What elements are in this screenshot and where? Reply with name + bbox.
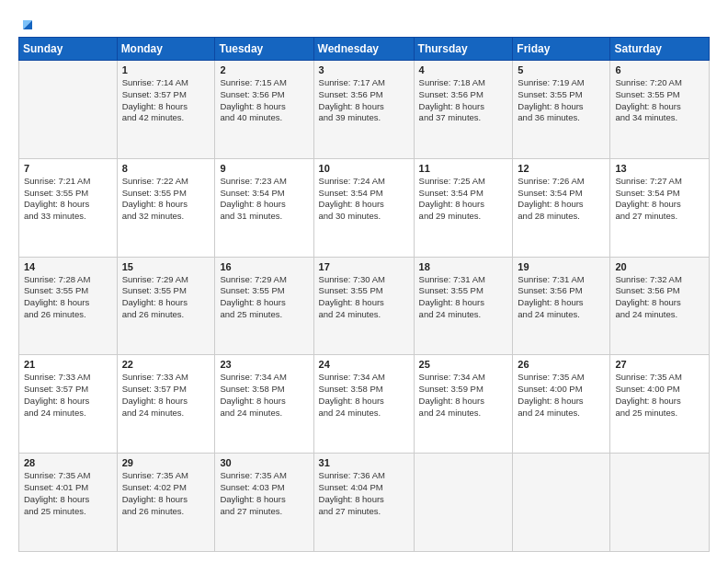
day-number: 6 bbox=[615, 64, 704, 75]
day-number: 2 bbox=[220, 64, 308, 75]
calendar-cell: 19Sunrise: 7:31 AM Sunset: 3:56 PM Dayli… bbox=[513, 257, 610, 355]
calendar-cell: 8Sunrise: 7:22 AM Sunset: 3:55 PM Daylig… bbox=[117, 158, 215, 257]
cell-content: Sunrise: 7:15 AM Sunset: 3:56 PM Dayligh… bbox=[220, 77, 308, 124]
weekday-header: Sunday bbox=[19, 38, 118, 61]
cell-content: Sunrise: 7:31 AM Sunset: 3:55 PM Dayligh… bbox=[419, 274, 508, 321]
calendar-row: 7Sunrise: 7:21 AM Sunset: 3:55 PM Daylig… bbox=[19, 158, 710, 257]
day-number: 22 bbox=[122, 359, 210, 370]
day-number: 12 bbox=[518, 163, 605, 174]
day-number: 19 bbox=[518, 261, 605, 272]
cell-content: Sunrise: 7:36 AM Sunset: 4:04 PM Dayligh… bbox=[319, 470, 409, 517]
calendar-cell bbox=[513, 454, 610, 552]
logo-icon bbox=[19, 15, 36, 31]
calendar-cell: 1Sunrise: 7:14 AM Sunset: 3:57 PM Daylig… bbox=[117, 61, 215, 159]
day-number: 25 bbox=[419, 359, 508, 370]
day-number: 20 bbox=[615, 261, 704, 272]
cell-content: Sunrise: 7:29 AM Sunset: 3:55 PM Dayligh… bbox=[122, 274, 210, 321]
calendar-cell: 31Sunrise: 7:36 AM Sunset: 4:04 PM Dayli… bbox=[313, 454, 414, 552]
cell-content: Sunrise: 7:34 AM Sunset: 3:58 PM Dayligh… bbox=[220, 372, 308, 419]
day-number: 15 bbox=[122, 261, 210, 272]
cell-content: Sunrise: 7:24 AM Sunset: 3:54 PM Dayligh… bbox=[319, 176, 409, 223]
day-number: 10 bbox=[319, 163, 409, 174]
weekday-header: Thursday bbox=[414, 38, 513, 61]
cell-content: Sunrise: 7:27 AM Sunset: 3:54 PM Dayligh… bbox=[615, 176, 704, 223]
cell-content: Sunrise: 7:33 AM Sunset: 3:57 PM Dayligh… bbox=[122, 372, 210, 419]
cell-content: Sunrise: 7:28 AM Sunset: 3:55 PM Dayligh… bbox=[24, 274, 112, 321]
day-number: 29 bbox=[122, 457, 210, 468]
day-number: 26 bbox=[518, 359, 605, 370]
cell-content: Sunrise: 7:34 AM Sunset: 3:58 PM Dayligh… bbox=[319, 372, 409, 419]
day-number: 16 bbox=[220, 261, 308, 272]
day-number: 31 bbox=[319, 457, 409, 468]
day-number: 3 bbox=[319, 64, 409, 75]
logo bbox=[18, 17, 36, 28]
day-number: 27 bbox=[615, 359, 704, 370]
calendar-row: 21Sunrise: 7:33 AM Sunset: 3:57 PM Dayli… bbox=[19, 355, 710, 454]
calendar-cell: 4Sunrise: 7:18 AM Sunset: 3:56 PM Daylig… bbox=[414, 61, 513, 159]
cell-content: Sunrise: 7:20 AM Sunset: 3:55 PM Dayligh… bbox=[615, 77, 704, 124]
cell-content: Sunrise: 7:33 AM Sunset: 3:57 PM Dayligh… bbox=[24, 372, 112, 419]
calendar-cell: 11Sunrise: 7:25 AM Sunset: 3:54 PM Dayli… bbox=[414, 158, 513, 257]
cell-content: Sunrise: 7:19 AM Sunset: 3:55 PM Dayligh… bbox=[518, 77, 605, 124]
weekday-header: Monday bbox=[117, 38, 215, 61]
cell-content: Sunrise: 7:35 AM Sunset: 4:03 PM Dayligh… bbox=[220, 470, 308, 517]
calendar-cell: 2Sunrise: 7:15 AM Sunset: 3:56 PM Daylig… bbox=[215, 61, 313, 159]
calendar-cell: 29Sunrise: 7:35 AM Sunset: 4:02 PM Dayli… bbox=[117, 454, 215, 552]
calendar-cell: 27Sunrise: 7:35 AM Sunset: 4:00 PM Dayli… bbox=[610, 355, 710, 454]
calendar-cell: 7Sunrise: 7:21 AM Sunset: 3:55 PM Daylig… bbox=[19, 158, 118, 257]
day-number: 28 bbox=[24, 457, 112, 468]
calendar-table: SundayMondayTuesdayWednesdayThursdayFrid… bbox=[18, 37, 710, 552]
day-number: 4 bbox=[419, 64, 508, 75]
calendar-cell: 5Sunrise: 7:19 AM Sunset: 3:55 PM Daylig… bbox=[513, 61, 610, 159]
cell-content: Sunrise: 7:30 AM Sunset: 3:55 PM Dayligh… bbox=[319, 274, 409, 321]
day-number: 30 bbox=[220, 457, 308, 468]
calendar-row: 14Sunrise: 7:28 AM Sunset: 3:55 PM Dayli… bbox=[19, 257, 710, 355]
calendar-cell: 9Sunrise: 7:23 AM Sunset: 3:54 PM Daylig… bbox=[215, 158, 313, 257]
calendar-cell: 21Sunrise: 7:33 AM Sunset: 3:57 PM Dayli… bbox=[19, 355, 118, 454]
calendar-cell: 13Sunrise: 7:27 AM Sunset: 3:54 PM Dayli… bbox=[610, 158, 710, 257]
cell-content: Sunrise: 7:35 AM Sunset: 4:01 PM Dayligh… bbox=[24, 470, 112, 517]
cell-content: Sunrise: 7:18 AM Sunset: 3:56 PM Dayligh… bbox=[419, 77, 508, 124]
cell-content: Sunrise: 7:25 AM Sunset: 3:54 PM Dayligh… bbox=[419, 176, 508, 223]
calendar-cell: 16Sunrise: 7:29 AM Sunset: 3:55 PM Dayli… bbox=[215, 257, 313, 355]
calendar-cell: 24Sunrise: 7:34 AM Sunset: 3:58 PM Dayli… bbox=[313, 355, 414, 454]
cell-content: Sunrise: 7:31 AM Sunset: 3:56 PM Dayligh… bbox=[518, 274, 605, 321]
calendar-cell bbox=[610, 454, 710, 552]
cell-content: Sunrise: 7:29 AM Sunset: 3:55 PM Dayligh… bbox=[220, 274, 308, 321]
calendar-cell: 20Sunrise: 7:32 AM Sunset: 3:56 PM Dayli… bbox=[610, 257, 710, 355]
calendar-cell: 14Sunrise: 7:28 AM Sunset: 3:55 PM Dayli… bbox=[19, 257, 118, 355]
calendar-row: 1Sunrise: 7:14 AM Sunset: 3:57 PM Daylig… bbox=[19, 61, 710, 159]
calendar-cell: 12Sunrise: 7:26 AM Sunset: 3:54 PM Dayli… bbox=[513, 158, 610, 257]
weekday-header: Friday bbox=[513, 38, 610, 61]
weekday-header-row: SundayMondayTuesdayWednesdayThursdayFrid… bbox=[19, 38, 710, 61]
cell-content: Sunrise: 7:34 AM Sunset: 3:59 PM Dayligh… bbox=[419, 372, 508, 419]
cell-content: Sunrise: 7:35 AM Sunset: 4:00 PM Dayligh… bbox=[518, 372, 605, 419]
day-number: 14 bbox=[24, 261, 112, 272]
weekday-header: Tuesday bbox=[215, 38, 313, 61]
calendar-cell bbox=[414, 454, 513, 552]
cell-content: Sunrise: 7:21 AM Sunset: 3:55 PM Dayligh… bbox=[24, 176, 112, 223]
day-number: 7 bbox=[24, 163, 112, 174]
day-number: 13 bbox=[615, 163, 704, 174]
cell-content: Sunrise: 7:14 AM Sunset: 3:57 PM Dayligh… bbox=[122, 77, 210, 124]
header bbox=[18, 17, 710, 28]
day-number: 5 bbox=[518, 64, 605, 75]
cell-content: Sunrise: 7:17 AM Sunset: 3:56 PM Dayligh… bbox=[319, 77, 409, 124]
calendar-cell: 6Sunrise: 7:20 AM Sunset: 3:55 PM Daylig… bbox=[610, 61, 710, 159]
day-number: 18 bbox=[419, 261, 508, 272]
day-number: 9 bbox=[220, 163, 308, 174]
calendar-cell: 25Sunrise: 7:34 AM Sunset: 3:59 PM Dayli… bbox=[414, 355, 513, 454]
calendar-cell: 23Sunrise: 7:34 AM Sunset: 3:58 PM Dayli… bbox=[215, 355, 313, 454]
cell-content: Sunrise: 7:32 AM Sunset: 3:56 PM Dayligh… bbox=[615, 274, 704, 321]
calendar-cell: 18Sunrise: 7:31 AM Sunset: 3:55 PM Dayli… bbox=[414, 257, 513, 355]
cell-content: Sunrise: 7:35 AM Sunset: 4:00 PM Dayligh… bbox=[615, 372, 704, 419]
calendar-cell: 26Sunrise: 7:35 AM Sunset: 4:00 PM Dayli… bbox=[513, 355, 610, 454]
weekday-header: Saturday bbox=[610, 38, 710, 61]
calendar-row: 28Sunrise: 7:35 AM Sunset: 4:01 PM Dayli… bbox=[19, 454, 710, 552]
cell-content: Sunrise: 7:23 AM Sunset: 3:54 PM Dayligh… bbox=[220, 176, 308, 223]
calendar-cell: 3Sunrise: 7:17 AM Sunset: 3:56 PM Daylig… bbox=[313, 61, 414, 159]
day-number: 1 bbox=[122, 64, 210, 75]
calendar-cell: 10Sunrise: 7:24 AM Sunset: 3:54 PM Dayli… bbox=[313, 158, 414, 257]
day-number: 11 bbox=[419, 163, 508, 174]
day-number: 21 bbox=[24, 359, 112, 370]
